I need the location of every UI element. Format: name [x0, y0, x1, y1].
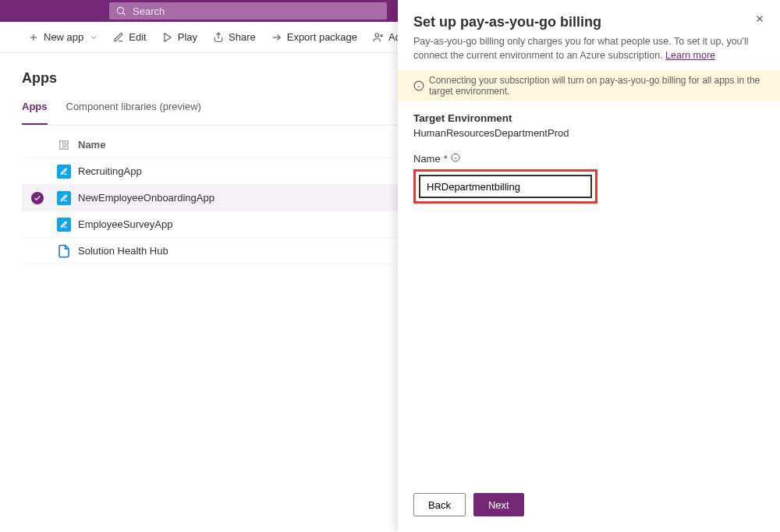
layout-icon[interactable] [53, 140, 75, 151]
play-icon [162, 32, 173, 43]
model-app-icon [57, 244, 71, 258]
info-banner: Connecting your subscription will turn o… [398, 70, 780, 101]
close-button[interactable] [752, 11, 768, 27]
panel-title: Set up pay-as-you-go billing [413, 14, 764, 30]
tab-apps[interactable]: Apps [22, 101, 48, 125]
search-placeholder: Search [133, 5, 165, 17]
back-button[interactable]: Back [413, 493, 466, 516]
canvas-app-icon [57, 165, 71, 179]
target-env-value: HumanResourcesDepartmentProd [413, 127, 764, 139]
close-icon [754, 13, 765, 24]
play-button[interactable]: Play [156, 28, 204, 46]
field-info-icon[interactable] [451, 153, 460, 165]
learn-more-link[interactable]: Learn more [665, 50, 715, 61]
canvas-app-icon [57, 191, 71, 205]
required-asterisk: * [444, 153, 448, 165]
new-app-button[interactable]: New app [22, 28, 104, 46]
pencil-icon [113, 32, 124, 43]
panel-description: Pay-as-you-go billing only charges you f… [413, 35, 764, 62]
search-icon [115, 5, 126, 16]
panel-footer: Back Next [398, 484, 780, 532]
chevron-down-icon [90, 34, 98, 41]
svg-line-1 [123, 13, 126, 16]
svg-marker-4 [165, 33, 171, 41]
teams-icon [373, 32, 384, 43]
panel-body: Target Environment HumanResourcesDepartm… [398, 101, 780, 484]
name-field-label: Name * [413, 153, 764, 165]
canvas-app-icon [57, 218, 71, 232]
target-env-label: Target Environment [413, 112, 764, 124]
share-button[interactable]: Share [207, 28, 262, 46]
export-icon [271, 32, 282, 43]
svg-point-0 [117, 7, 123, 13]
svg-point-7 [375, 33, 379, 37]
tab-component-libraries[interactable]: Component libraries (preview) [66, 101, 201, 125]
svg-rect-13 [65, 146, 68, 149]
name-field-highlight [413, 169, 597, 204]
info-icon [413, 80, 424, 91]
name-input[interactable] [419, 175, 592, 198]
svg-rect-11 [60, 140, 63, 149]
plus-icon [28, 32, 39, 43]
payg-panel: Set up pay-as-you-go billing Pay-as-you-… [398, 0, 780, 532]
svg-rect-12 [65, 140, 68, 144]
export-package-button[interactable]: Export package [265, 28, 363, 46]
share-icon [213, 32, 224, 43]
row-selected-icon [31, 192, 44, 204]
svg-point-8 [381, 34, 382, 36]
next-button[interactable]: Next [473, 493, 524, 516]
edit-button[interactable]: Edit [107, 28, 152, 46]
panel-header: Set up pay-as-you-go billing Pay-as-you-… [398, 0, 780, 70]
global-search[interactable]: Search [109, 2, 387, 20]
